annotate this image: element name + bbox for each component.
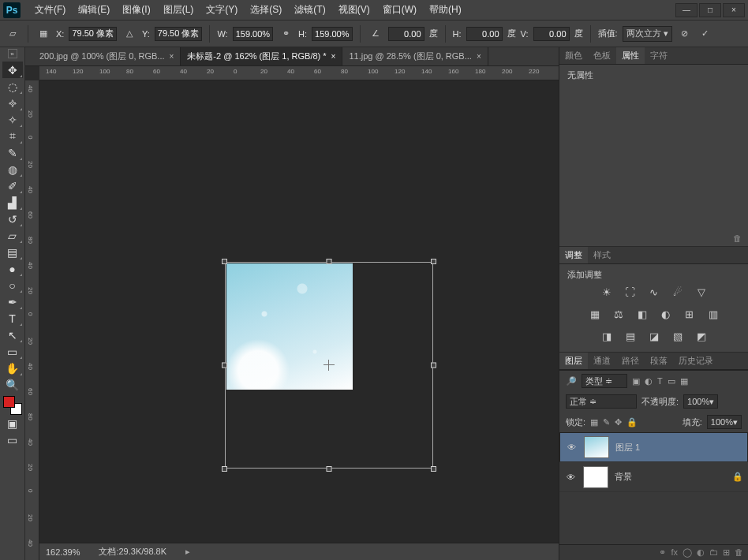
delete-layer-icon[interactable]: 🗑 xyxy=(735,547,743,558)
fill-input[interactable]: 100%▾ xyxy=(707,415,742,429)
panel-tab-color[interactable]: 颜色 xyxy=(559,47,588,64)
angle-input[interactable]: 0.00 xyxy=(388,27,424,41)
eraser-tool[interactable]: ▱ xyxy=(2,227,23,244)
transform-handle-se[interactable] xyxy=(431,466,436,472)
history-brush-tool[interactable]: ↺ xyxy=(2,211,23,227)
close-tab-icon[interactable]: × xyxy=(170,52,174,61)
menu-view[interactable]: 视图(V) xyxy=(332,0,376,20)
heal-tool[interactable]: ◍ xyxy=(2,161,23,177)
layer-filter-type[interactable]: 类型 ≑ xyxy=(582,374,627,388)
link-layers-icon[interactable]: ⚭ xyxy=(659,547,666,558)
layer-thumb[interactable] xyxy=(583,466,608,488)
lock-paint-icon[interactable]: ✎ xyxy=(603,417,610,427)
hand-tool[interactable]: ✋ xyxy=(2,360,23,376)
menu-type[interactable]: 文字(Y) xyxy=(200,0,244,20)
layer-row-1[interactable]: 👁 图层 1 xyxy=(559,432,748,462)
canvas[interactable] xyxy=(39,80,559,543)
layer-name[interactable]: 背景 xyxy=(615,471,632,483)
cancel-transform-icon[interactable]: ⊘ xyxy=(677,26,693,42)
doc-tab-1[interactable]: 未标题-2 @ 162% (图层 1, RGB/8) *× xyxy=(181,47,342,65)
panel-tab-history[interactable]: 历史记录 xyxy=(673,353,719,369)
filter-type-icon[interactable]: T xyxy=(657,376,663,386)
transform-handle-ne[interactable] xyxy=(431,259,436,264)
filter-smart-icon[interactable]: ▦ xyxy=(680,376,688,386)
x-input[interactable]: 79.50 像素 xyxy=(69,27,117,41)
menu-file[interactable]: 文件(F) xyxy=(28,0,72,20)
gradmap-icon[interactable]: ▧ xyxy=(670,329,686,343)
exposure-icon[interactable]: ☄ xyxy=(670,285,686,299)
transform-tool-icon[interactable]: ▱ xyxy=(5,26,21,42)
invert-icon[interactable]: ◨ xyxy=(599,329,615,343)
menu-filter[interactable]: 滤镜(T) xyxy=(288,0,331,20)
screenmode-toggle[interactable]: ▭ xyxy=(2,431,23,448)
layer-row-bg[interactable]: 👁 背景 🔒 xyxy=(559,462,748,492)
marquee-tool[interactable]: ◌ xyxy=(2,78,23,95)
new-adj-icon[interactable]: ◐ xyxy=(697,547,705,558)
ruler-horizontal[interactable]: 1401201008060402002040608010012014016018… xyxy=(39,66,559,80)
link-wh-icon[interactable]: ⚭ xyxy=(278,26,294,42)
panel-tab-adjustments[interactable]: 调整 xyxy=(559,247,588,263)
filter-adj-icon[interactable]: ◐ xyxy=(645,376,653,386)
panel-tab-properties[interactable]: 属性 xyxy=(616,47,645,64)
menu-image[interactable]: 图像(I) xyxy=(116,0,156,20)
doc-size[interactable]: 文档:29.3K/98.8K xyxy=(99,546,166,558)
transform-handle-e[interactable] xyxy=(431,363,436,368)
visibility-icon[interactable]: 👁 xyxy=(565,442,578,452)
search-icon[interactable]: 🔎 xyxy=(566,376,577,386)
stamp-tool[interactable]: ▟ xyxy=(2,194,23,211)
visibility-icon[interactable]: 👁 xyxy=(564,472,577,482)
window-close[interactable]: × xyxy=(723,3,745,17)
transform-handle-w[interactable] xyxy=(222,363,227,368)
magic-wand-tool[interactable]: ✧ xyxy=(2,111,23,128)
interp-select[interactable]: 两次立方 ▾ xyxy=(623,26,672,42)
window-minimize[interactable]: — xyxy=(675,3,698,17)
move-tool[interactable]: ✥ xyxy=(2,62,23,78)
w-input[interactable]: 159.00% xyxy=(233,27,273,41)
zoom-level[interactable]: 162.39% xyxy=(46,547,80,557)
filter-shape-icon[interactable]: ▭ xyxy=(668,376,675,386)
hskew-input[interactable]: 0.00 xyxy=(466,27,503,41)
levels-icon[interactable]: ⛶ xyxy=(623,285,638,299)
transform-bounding-box[interactable] xyxy=(225,262,433,469)
y-input[interactable]: 79.50 像素 xyxy=(155,27,203,41)
menu-edit[interactable]: 编辑(E) xyxy=(72,0,116,20)
panel-tab-styles[interactable]: 样式 xyxy=(588,247,616,263)
path-select-tool[interactable]: ↖ xyxy=(2,327,23,343)
lock-trans-icon[interactable]: ▦ xyxy=(590,417,598,427)
transform-handle-n[interactable] xyxy=(327,259,332,264)
transform-center-icon[interactable] xyxy=(324,360,335,371)
brush-tool[interactable]: ✐ xyxy=(2,177,23,194)
window-maximize[interactable]: □ xyxy=(699,3,721,17)
doc-tab-0[interactable]: 200.jpg @ 100% (图层 0, RGB...× xyxy=(33,47,181,65)
mask-icon[interactable]: ◯ xyxy=(683,547,692,558)
h-input[interactable]: 159.00% xyxy=(312,27,352,41)
menu-window[interactable]: 窗口(W) xyxy=(376,0,423,20)
filter-pixel-icon[interactable]: ▣ xyxy=(632,376,640,386)
menu-select[interactable]: 选择(S) xyxy=(244,0,288,20)
blend-mode-select[interactable]: 正常 ≑ xyxy=(566,394,637,409)
doc-tab-2[interactable]: 11.jpg @ 28.5% (图层 0, RGB...× xyxy=(342,47,488,65)
close-tab-icon[interactable]: × xyxy=(477,52,481,61)
brightness-icon[interactable]: ☀ xyxy=(599,285,615,299)
panel-tab-paragraph[interactable]: 段落 xyxy=(645,353,673,369)
panel-tab-channels[interactable]: 通道 xyxy=(588,353,616,369)
hue-icon[interactable]: ▦ xyxy=(587,307,603,321)
panel-tab-swatches[interactable]: 色板 xyxy=(588,47,616,64)
transform-handle-sw[interactable] xyxy=(222,466,227,472)
pen-tool[interactable]: ✒ xyxy=(2,293,23,310)
curves-icon[interactable]: ∿ xyxy=(646,285,662,299)
opacity-input[interactable]: 100%▾ xyxy=(683,394,718,409)
mixer-icon[interactable]: ⊞ xyxy=(682,307,698,321)
trash-icon[interactable]: 🗑 xyxy=(733,233,742,243)
lasso-tool[interactable]: ᯽ xyxy=(2,95,23,111)
selcolor-icon[interactable]: ◩ xyxy=(694,329,709,343)
transform-handle-s[interactable] xyxy=(327,466,332,472)
menu-help[interactable]: 帮助(H) xyxy=(423,0,468,20)
reference-point-icon[interactable]: ▦ xyxy=(36,26,51,42)
lock-all-icon[interactable]: 🔒 xyxy=(626,417,638,427)
layer-thumb[interactable] xyxy=(584,436,609,458)
crop-tool[interactable]: ⌗ xyxy=(2,128,23,144)
blur-tool[interactable]: ● xyxy=(2,260,23,277)
vskew-input[interactable]: 0.00 xyxy=(533,27,570,41)
lut-icon[interactable]: ▥ xyxy=(705,307,721,321)
